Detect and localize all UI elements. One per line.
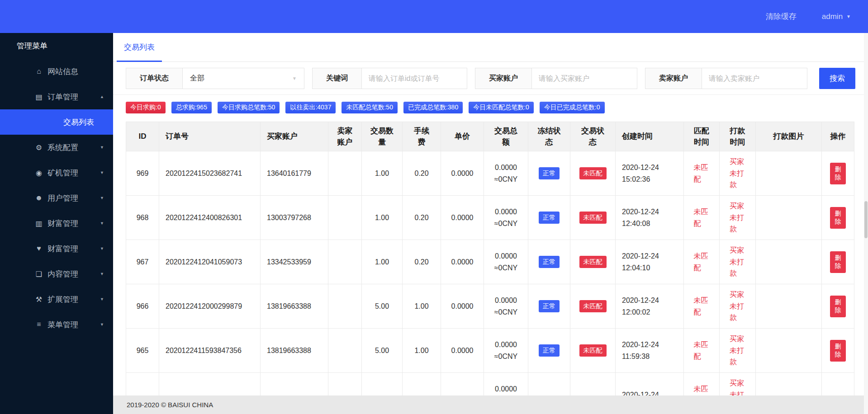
delete-button[interactable]: 删除	[830, 207, 846, 229]
column-header-action: 操作	[822, 122, 854, 151]
sidebar-item-user-management[interactable]: ☻用户管理▼	[0, 185, 113, 211]
freeze-status-badge: 正常	[539, 256, 560, 268]
seller-account-input[interactable]	[702, 68, 807, 89]
buyer-account-label: 买家账户	[475, 68, 532, 89]
table-header-row: ID订单号买家账户卖家账户交易数量手续费单价交易总额冻结状态交易状态创建时间匹配…	[126, 122, 854, 151]
admin-dropdown[interactable]: admin ▼	[822, 12, 851, 21]
cell-created: 2020-12-24 11:59:38	[616, 329, 684, 373]
home-icon: ⌂	[33, 67, 44, 75]
buyer-account-input[interactable]	[532, 68, 637, 89]
freeze-status-badge: 正常	[539, 167, 560, 179]
sidebar-item-label: 交易列表	[63, 117, 94, 127]
order-status-select[interactable]: 全部 ▼	[183, 68, 304, 89]
cell-total: 0.0000 ≈0CNY	[484, 240, 528, 284]
delete-button[interactable]: 删除	[830, 251, 846, 273]
sidebar-item-label: 内容管理	[47, 269, 78, 279]
cell-status: 未匹配	[570, 151, 616, 196]
sidebar-item-content-management[interactable]: ❏内容管理▼	[0, 261, 113, 287]
sidebar-item-order-management[interactable]: ▤订单管理▲	[0, 84, 113, 109]
sidebar-item-transaction-list[interactable]: 交易列表	[0, 109, 113, 135]
cell-id: 969	[126, 151, 159, 196]
cell-buyer: 13819663388	[261, 329, 328, 373]
cell-id: 967	[126, 240, 159, 284]
wrench-icon: ⚒	[33, 295, 44, 304]
transactions-table: ID订单号买家账户卖家账户交易数量手续费单价交易总额冻结状态交易状态创建时间匹配…	[126, 122, 854, 414]
cell-pay: 买家未打款	[720, 151, 756, 196]
cell-order: 2020122412000299879	[159, 284, 261, 329]
cell-freeze: 正常	[528, 240, 570, 284]
sidebar-item-site-info[interactable]: ⌂网站信息	[0, 59, 113, 84]
column-header-order: 订单号	[159, 122, 261, 151]
table-container: ID订单号买家账户卖家账户交易数量手续费单价交易总额冻结状态交易状态创建时间匹配…	[126, 122, 855, 414]
sidebar-title: 管理菜单	[0, 33, 113, 59]
cell-seller	[328, 329, 362, 373]
tab-transaction-list[interactable]: 交易列表	[117, 33, 162, 61]
sidebar-item-menu-management[interactable]: ≡菜单管理▼	[0, 312, 113, 337]
cell-price: 0.0000	[441, 284, 484, 329]
gears-icon: ⚙	[33, 143, 44, 152]
page-footer: 2019-2020 © BAISUI CHINA	[113, 395, 868, 414]
sidebar-item-label: 扩展管理	[47, 294, 78, 305]
column-header-created: 创建时间	[616, 122, 684, 151]
top-header: 清除缓存 admin ▼	[0, 0, 868, 33]
cell-status: 未匹配	[570, 240, 616, 284]
search-button[interactable]: 搜索	[819, 68, 855, 89]
sidebar-item-miner-management[interactable]: ◉矿机管理▼	[0, 160, 113, 185]
heartbeat-icon: ♥	[33, 245, 44, 253]
sidebar-item-system-config[interactable]: ⚙系统配置▼	[0, 135, 113, 160]
sidebar-item-extension-management[interactable]: ⚒扩展管理▼	[0, 287, 113, 312]
keyword-input[interactable]	[362, 68, 467, 89]
match-time-text: 未匹配	[693, 339, 709, 362]
trade-status-badge: 未匹配	[579, 344, 607, 357]
cell-image	[756, 240, 822, 284]
column-header-seller: 卖家账户	[328, 122, 362, 151]
cell-action: 删除	[822, 284, 854, 329]
cell-order: 2020122412041059073	[159, 240, 261, 284]
cell-price: 0.0000	[441, 151, 484, 196]
cell-action: 删除	[822, 196, 854, 240]
column-header-id: ID	[126, 122, 159, 151]
trade-status-badge: 未匹配	[579, 300, 607, 312]
cell-price: 0.0000	[441, 196, 484, 240]
cell-fee: 0.20	[403, 240, 441, 284]
cell-buyer: 13819663388	[261, 284, 328, 329]
tab-bar: 交易列表	[113, 33, 868, 62]
trade-status-badge: 未匹配	[579, 212, 607, 224]
chevron-down-icon: ▼	[100, 196, 104, 200]
sidebar-item-wealth-management-2[interactable]: ♥财富管理▼	[0, 236, 113, 261]
cell-pay: 买家未打款	[720, 240, 756, 284]
scrollbar-thumb[interactable]	[864, 201, 868, 238]
order-status-filter: 订单状态 全部 ▼	[126, 68, 304, 89]
seller-account-filter: 卖家账户	[645, 68, 807, 89]
match-time-text: 未匹配	[693, 206, 709, 229]
cell-action: 删除	[822, 329, 854, 373]
column-header-price: 单价	[441, 122, 484, 151]
stat-badges-row: 今日求购:0总求购:965今日求购总笔数:50以往卖出:4037未匹配总笔数:5…	[126, 102, 855, 113]
cell-id: 966	[126, 284, 159, 329]
cell-seller	[328, 196, 362, 240]
delete-button[interactable]: 删除	[830, 340, 846, 362]
table-row: 9692020122415023682741136401617791.000.2…	[126, 151, 854, 196]
column-header-status: 交易状态	[570, 122, 616, 151]
delete-button[interactable]: 删除	[830, 296, 846, 317]
sidebar-item-wealth-management[interactable]: ▥财富管理▼	[0, 211, 113, 236]
cell-status: 未匹配	[570, 196, 616, 240]
money-icon: ▥	[33, 219, 44, 228]
freeze-status-badge: 正常	[539, 212, 560, 224]
cell-match: 未匹配	[684, 284, 720, 329]
cell-qty: 1.00	[362, 151, 403, 196]
sidebar-item-label: 系统配置	[47, 142, 78, 153]
column-header-fee: 手续费	[403, 122, 441, 151]
vertical-scrollbar[interactable]	[864, 33, 868, 414]
match-time-text: 未匹配	[693, 162, 709, 185]
chevron-down-icon: ▼	[100, 145, 104, 150]
match-time-text: 未匹配	[693, 250, 709, 273]
clear-cache-button[interactable]: 清除缓存	[766, 11, 797, 22]
buyer-account-filter: 买家账户	[475, 68, 637, 89]
admin-username: admin	[822, 12, 843, 21]
sidebar: 管理菜单 ⌂网站信息▤订单管理▲交易列表⚙系统配置▼◉矿机管理▼☻用户管理▼▥财…	[0, 33, 113, 414]
cell-freeze: 正常	[528, 151, 570, 196]
delete-button[interactable]: 删除	[830, 163, 846, 184]
chevron-down-icon: ▼	[100, 297, 104, 301]
chevron-down-icon: ▼	[100, 221, 104, 226]
